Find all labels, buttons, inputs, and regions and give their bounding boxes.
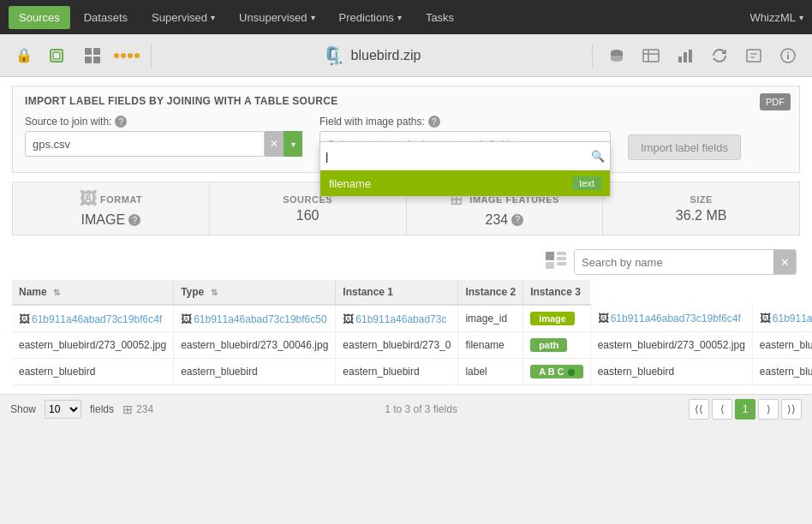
- stat-size: SIZE 36.2 MB: [603, 182, 799, 235]
- cell-instance2-2: eastern_bluebird: [752, 359, 812, 385]
- search-input[interactable]: [575, 250, 773, 274]
- source-help-icon[interactable]: ?: [115, 116, 127, 128]
- source-select-field[interactable]: gps.csv: [25, 131, 265, 157]
- data-table: Name ⇅ Type ⇅ Instance 1 Instance 2 Inst…: [12, 280, 812, 385]
- db-icon[interactable]: [603, 42, 630, 69]
- format-help-icon[interactable]: ?: [128, 214, 140, 226]
- predictions-chevron-icon: ▾: [397, 13, 402, 22]
- prev-page-button[interactable]: ⟨: [712, 399, 732, 420]
- dropdown-item-filename[interactable]: filename text: [320, 170, 610, 196]
- main-content: IMPORT LABEL FIELDS BY JOINING WITH A TA…: [0, 77, 812, 394]
- grid-icon[interactable]: [79, 42, 106, 69]
- dropdown-type-badge: text: [572, 176, 601, 190]
- table-row: 🖼61b911a46abad73c19bf6c4f🖼61b911a46abad7…: [12, 305, 812, 332]
- dropdown-search-input[interactable]: [325, 146, 591, 166]
- supervised-chevron-icon: ▾: [211, 13, 215, 22]
- cell-instance1-0[interactable]: 🖼61b911a46abad73c19bf6c4f: [12, 305, 174, 332]
- svg-point-18: [787, 51, 789, 53]
- sort-type-icon: ⇅: [211, 288, 218, 297]
- col-header-type[interactable]: Type ⇅: [174, 280, 336, 305]
- dropdown-search-row: 🔍: [320, 142, 610, 170]
- source-dropdown-button[interactable]: ▾: [284, 131, 302, 157]
- nav-sources[interactable]: Sources: [9, 6, 70, 29]
- cell-instance2-0[interactable]: 🖼61b911a46abad73c19bf6c50: [752, 305, 812, 332]
- pdf-button[interactable]: PDF: [760, 93, 791, 110]
- cell-type-1: path: [523, 332, 591, 359]
- col-header-instance1: Instance 1: [336, 280, 458, 305]
- show-select[interactable]: 102550100: [45, 400, 81, 419]
- last-page-button[interactable]: ⟩⟩: [781, 399, 802, 420]
- cell-instance1-2: eastern_bluebird: [12, 359, 174, 385]
- svg-rect-13: [747, 50, 761, 62]
- svg-rect-3: [93, 48, 100, 55]
- source-join-group: Source to join with: ? gps.csv ✕ ▾: [25, 116, 302, 157]
- import-section: IMPORT LABEL FIELDS BY JOINING WITH A TA…: [12, 86, 800, 173]
- script-icon[interactable]: [740, 42, 767, 69]
- info-icon[interactable]: [774, 42, 802, 69]
- file-title: 🗜️ bluebird.zip: [162, 45, 582, 66]
- source-clear-button[interactable]: ✕: [265, 131, 284, 157]
- unsupervised-chevron-icon: ▾: [311, 13, 315, 22]
- stat-sources-value: 160: [296, 208, 319, 223]
- svg-rect-2: [85, 48, 92, 55]
- svg-rect-21: [557, 257, 566, 260]
- table-row: eastern_bluebird/273_00052.jpgeastern_bl…: [12, 332, 812, 359]
- stat-format-label: 🖼 FORMAT: [80, 189, 143, 209]
- chart-icon[interactable]: [672, 42, 699, 69]
- svg-rect-20: [557, 252, 566, 255]
- footer-count: ⊞ 234: [122, 402, 153, 416]
- nav-unsupervised[interactable]: Unsupervised ▾: [229, 6, 325, 29]
- footer: Show 102550100 fields ⊞ 234 1 to 3 of 3 …: [0, 394, 812, 424]
- next-page-button[interactable]: ⟩: [758, 399, 779, 420]
- search-clear-button[interactable]: ✕: [773, 250, 796, 274]
- svg-rect-10: [678, 57, 682, 63]
- nav-datasets[interactable]: Datasets: [74, 6, 138, 29]
- import-title: IMPORT LABEL FIELDS BY JOINING WITH A TA…: [25, 95, 787, 107]
- nav-predictions[interactable]: Predictions ▾: [329, 6, 412, 29]
- count-icon: ⊞: [122, 402, 133, 416]
- source-join-label: Source to join with: ?: [25, 116, 302, 128]
- cell-type-0: image: [523, 305, 591, 332]
- cell-name-0: image_id: [458, 305, 523, 332]
- lock-icon[interactable]: 🔒: [10, 42, 38, 69]
- page-info: 1 to 3 of 3 fields: [162, 403, 680, 415]
- cell-instance2-0[interactable]: 🖼61b911a46abad73c19bf6c50: [174, 305, 336, 332]
- brand-chevron-icon: ▾: [799, 13, 803, 22]
- fields-label: fields: [90, 403, 114, 415]
- stat-size-value: 36.2 MB: [676, 208, 727, 223]
- col-header-instance3: Instance 3: [523, 280, 591, 305]
- refresh-icon[interactable]: [706, 42, 733, 69]
- dropdown-search-icon: 🔍: [591, 150, 605, 163]
- features-help-icon[interactable]: ?: [511, 214, 523, 226]
- cell-instance3-0[interactable]: 🖼61b911a46abad73c: [336, 305, 458, 332]
- field-help-icon[interactable]: ?: [428, 116, 440, 128]
- stat-format-value: IMAGE ?: [81, 212, 141, 228]
- svg-rect-0: [51, 50, 63, 62]
- export-icon[interactable]: [45, 42, 72, 69]
- svg-rect-23: [557, 262, 566, 265]
- table-toolbar: ✕: [12, 244, 800, 280]
- col-header-name[interactable]: Name ⇅: [12, 280, 174, 305]
- stat-format: 🖼 FORMAT IMAGE ?: [13, 182, 210, 235]
- svg-rect-7: [643, 50, 659, 62]
- svg-rect-5: [93, 57, 100, 63]
- toolbar: 🔒 🗜️ bluebird.zip: [0, 34, 812, 77]
- import-label-fields-button[interactable]: Import label fields: [628, 134, 741, 160]
- svg-rect-12: [689, 50, 692, 63]
- image-stat-icon: 🖼: [80, 189, 98, 209]
- nav-supervised[interactable]: Supervised ▾: [141, 6, 225, 29]
- stat-size-label: SIZE: [690, 194, 712, 205]
- table-icon[interactable]: [637, 42, 665, 69]
- nav-tasks[interactable]: Tasks: [415, 6, 464, 29]
- page-1-button[interactable]: 1: [735, 399, 755, 420]
- stat-image-features-value: 234 ?: [486, 212, 524, 228]
- pagination: ⟨⟨ ⟨ 1 ⟩ ⟩⟩: [689, 399, 802, 420]
- table-view-toggle[interactable]: [545, 251, 567, 273]
- nav-brand[interactable]: WhizzML ▾: [750, 11, 803, 24]
- cell-type-2: A B C: [523, 359, 591, 385]
- dots-icon[interactable]: [113, 42, 140, 69]
- cell-instance3-1: eastern_bluebird/273_0: [336, 332, 458, 359]
- sort-name-icon: ⇅: [53, 288, 60, 297]
- first-page-button[interactable]: ⟨⟨: [689, 399, 709, 420]
- cell-instance1-0[interactable]: 🖼61b911a46abad73c19bf6c4f: [590, 305, 752, 332]
